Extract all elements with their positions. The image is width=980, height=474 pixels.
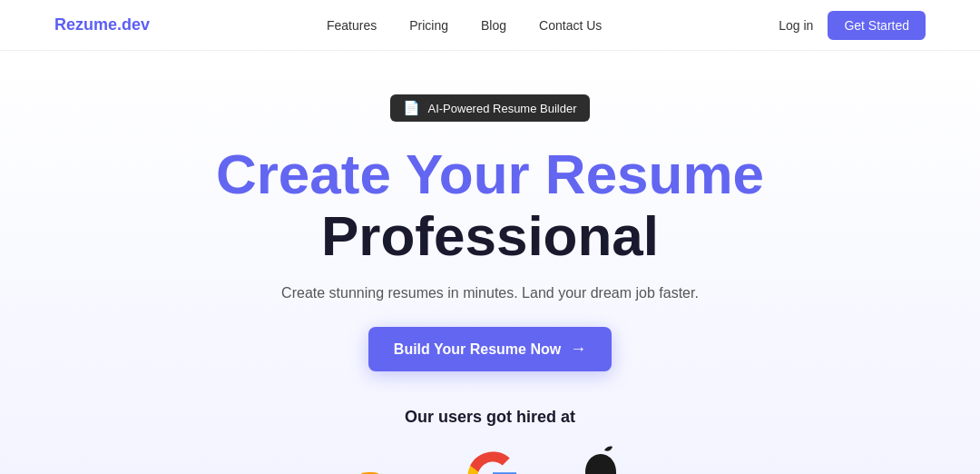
nav-pricing[interactable]: Pricing xyxy=(409,18,448,33)
hero-title-line1: Create Your Resume xyxy=(216,143,764,205)
nav-links: Features Pricing Blog Contact Us xyxy=(327,17,602,34)
nav-contact[interactable]: Contact Us xyxy=(539,18,602,33)
svg-text:a: a xyxy=(357,449,385,474)
hired-title: Our users got hired at xyxy=(405,408,575,427)
hero-title-line2: Professional xyxy=(321,205,659,267)
hero-section: 📄 AI-Powered Resume Builder Create Your … xyxy=(0,51,980,474)
apple-logo xyxy=(576,445,625,474)
badge-text: AI-Powered Resume Builder xyxy=(427,102,576,115)
navigation: Rezume.dev Features Pricing Blog Contact… xyxy=(0,0,980,51)
nav-features[interactable]: Features xyxy=(327,18,377,33)
nav-blog[interactable]: Blog xyxy=(481,18,506,33)
ai-badge: 📄 AI-Powered Resume Builder xyxy=(390,94,589,122)
amazon-logo: a xyxy=(355,451,409,474)
nav-actions: Log in Get Started xyxy=(779,11,926,40)
logo[interactable]: Rezume.dev xyxy=(54,15,150,35)
build-resume-button[interactable]: Build Your Resume Now → xyxy=(368,327,612,371)
hero-subtitle: Create stunning resumes in minutes. Land… xyxy=(281,285,699,301)
get-started-button[interactable]: Get Started xyxy=(828,11,926,40)
google-logo xyxy=(467,451,518,474)
badge-icon: 📄 xyxy=(403,100,420,116)
build-resume-label: Build Your Resume Now xyxy=(394,341,561,358)
company-logos: a xyxy=(355,445,625,474)
arrow-icon: → xyxy=(570,340,586,359)
hired-at-section: Our users got hired at a xyxy=(355,408,625,474)
login-button[interactable]: Log in xyxy=(779,18,813,33)
